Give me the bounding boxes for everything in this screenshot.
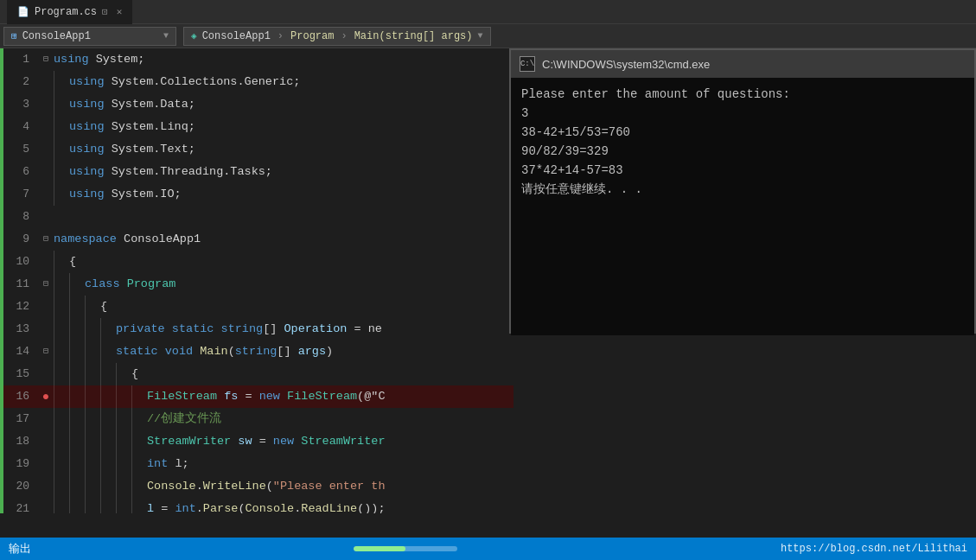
- code-line-15: 15 {: [3, 363, 514, 385]
- console-line-5: 37*42+14-57=83: [521, 161, 964, 180]
- line-content-17: //创建文件流: [147, 408, 514, 430]
- code-lines: 1 ⊟ using System; 2 using System.Collect…: [3, 48, 514, 513]
- line-num-13: 13: [3, 318, 38, 340]
- indent-17b: [69, 408, 85, 430]
- line-content-10: {: [69, 251, 514, 273]
- line-content-4: using System.Linq;: [69, 116, 514, 138]
- line-num-20: 20: [3, 475, 38, 498]
- line-content-6: using System.Threading.Tasks;: [69, 161, 514, 183]
- console-line-1: Please enter the amount of questions:: [521, 85, 964, 104]
- tab-label: Program.cs: [35, 6, 97, 18]
- line-num-15: 15: [3, 363, 38, 385]
- line-num-21: 21: [3, 498, 38, 513]
- indent-19a: [54, 453, 69, 475]
- indent-16b: [69, 385, 85, 408]
- line-num-11: 11: [3, 273, 38, 296]
- line-content-2: using System.Collections.Generic;: [69, 71, 514, 93]
- indent-20b: [69, 475, 85, 498]
- gutter-11[interactable]: ⊟: [38, 273, 54, 296]
- line-content-9: namespace ConsoleApp1: [54, 228, 514, 251]
- indent-19d: [100, 453, 116, 475]
- indent-20a: [54, 475, 69, 498]
- main-area: 1 ⊟ using System; 2 using System.Collect…: [0, 48, 976, 513]
- code-line-7: 7 using System.IO;: [3, 183, 514, 206]
- line-num-3: 3: [3, 93, 38, 116]
- separator2: ›: [341, 30, 347, 42]
- title-bar: 📄 Program.cs ⊡ ✕: [0, 0, 976, 24]
- line-content-3: using System.Data;: [69, 93, 514, 116]
- editor-tab[interactable]: 📄 Program.cs ⊡ ✕: [7, 0, 132, 24]
- indent-18c: [85, 430, 100, 453]
- indent-11b: [69, 273, 85, 296]
- collapse-1[interactable]: ⊟: [43, 48, 48, 71]
- indent-15b: [69, 363, 85, 385]
- code-line-21: 21 l = int.Parse(Console.ReadLine());: [3, 498, 514, 513]
- code-line-1: 1 ⊟ using System;: [3, 48, 514, 71]
- console-body[interactable]: Please enter the amount of questions: 3 …: [511, 78, 974, 335]
- collapse-9[interactable]: ⊟: [43, 228, 48, 251]
- indent-18a: [54, 430, 69, 453]
- progress-bar: [354, 546, 457, 551]
- code-line-10: 10 {: [3, 251, 514, 273]
- console-title-bar: C:\ C:\WINDOWS\system32\cmd.exe: [511, 50, 974, 78]
- line-content-15: {: [131, 363, 514, 385]
- collapse-14[interactable]: ⊟: [43, 340, 48, 363]
- indent-15a: [54, 363, 69, 385]
- class-dropdown[interactable]: ◈ ConsoleApp1 › Program › Main(string[] …: [183, 27, 491, 46]
- gutter-9[interactable]: ⊟: [38, 228, 54, 251]
- console-window: C:\ C:\WINDOWS\system32\cmd.exe Please e…: [509, 48, 976, 334]
- code-line-19: 19 int l;: [3, 453, 514, 475]
- method-name: Program: [290, 30, 334, 42]
- dropdown-arrow-icon: ▼: [163, 31, 169, 41]
- method-sig: Main(string[] args): [354, 30, 473, 42]
- class-icon: ◈: [191, 30, 197, 41]
- indent-13a: [54, 318, 69, 340]
- gutter-14[interactable]: ⊟: [38, 340, 54, 363]
- status-url[interactable]: https://blog.csdn.net/Lilithai: [781, 543, 967, 555]
- indent-17e: [116, 408, 131, 430]
- file-icon: 📄: [17, 6, 29, 17]
- line-content-16: FileStream fs = new FileStream(@"C: [147, 385, 514, 408]
- indent-13d: [100, 318, 116, 340]
- indent-6: [54, 161, 69, 183]
- line-content-20: Console.WriteLine("Please enter th: [147, 475, 514, 498]
- gutter-16[interactable]: ●: [38, 385, 54, 408]
- breakpoint-icon[interactable]: ●: [42, 385, 49, 408]
- code-line-5: 5 using System.Text;: [3, 138, 514, 161]
- collapse-11[interactable]: ⊟: [43, 273, 48, 296]
- tab-close-icon[interactable]: ✕: [117, 6, 123, 17]
- indent-18b: [69, 430, 85, 453]
- indent-4: [54, 116, 69, 138]
- line-content-19: int l;: [147, 453, 514, 475]
- indent-21b: [69, 498, 85, 513]
- line-num-9: 9: [3, 228, 38, 251]
- indent-15e: [116, 363, 131, 385]
- gutter-1[interactable]: ⊟: [38, 48, 54, 71]
- code-line-4: 4 using System.Linq;: [3, 116, 514, 138]
- project-dropdown[interactable]: ⊞ ConsoleApp1 ▼: [3, 27, 176, 46]
- line-num-17: 17: [3, 408, 38, 430]
- line-num-18: 18: [3, 430, 38, 453]
- code-editor[interactable]: 1 ⊟ using System; 2 using System.Collect…: [3, 48, 514, 513]
- indent-10: [54, 251, 69, 273]
- console-line-3: 38-42+15/53=760: [521, 123, 964, 142]
- indent-19b: [69, 453, 85, 475]
- indent-13c: [85, 318, 100, 340]
- line-content-13: private static string[] Operation = ne: [116, 318, 514, 340]
- code-line-9: 9 ⊟ namespace ConsoleApp1: [3, 228, 514, 251]
- indent-2: [54, 71, 69, 93]
- indent-17a: [54, 408, 69, 430]
- code-line-16: 16 ● FileStream fs = new FileStream(@"C: [3, 385, 514, 408]
- line-num-6: 6: [3, 161, 38, 183]
- indent-14b: [69, 340, 85, 363]
- indent-16d: [100, 385, 116, 408]
- indent-18f: [131, 430, 147, 453]
- cmd-icon: C:\: [520, 56, 535, 72]
- indent-7: [54, 183, 69, 206]
- indent-19e: [116, 453, 131, 475]
- tab-pin-icon: ⊡: [102, 6, 108, 17]
- indent-17f: [131, 408, 147, 430]
- line-num-19: 19: [3, 453, 38, 475]
- line-content-14: static void Main(string[] args): [116, 340, 514, 363]
- indent-14c: [85, 340, 100, 363]
